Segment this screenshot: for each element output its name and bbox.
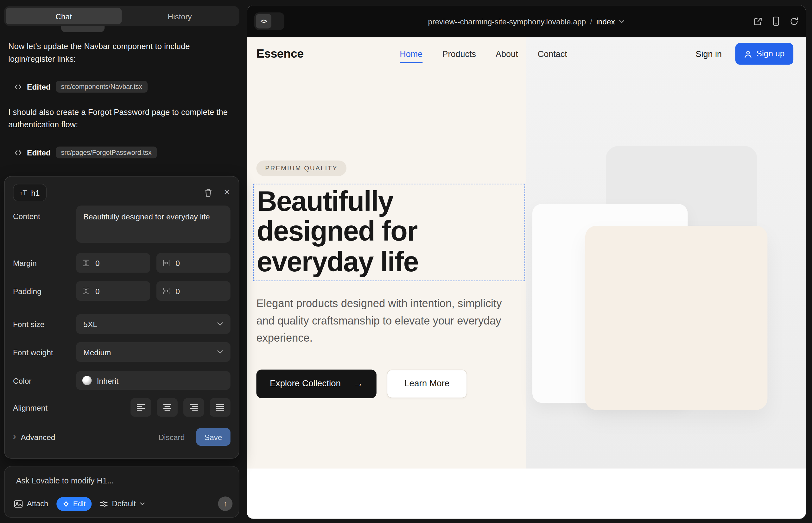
margin-horizontal-value[interactable] <box>175 258 213 268</box>
precision-edit-icon <box>63 500 69 507</box>
editor-header-actions: ✕ <box>204 188 231 197</box>
close-editor-button[interactable]: ✕ <box>224 188 231 197</box>
default-label: Default <box>112 500 136 508</box>
color-swatch-icon <box>82 376 91 385</box>
padding-vertical-input[interactable] <box>76 281 150 301</box>
chevron-down-icon <box>619 19 625 23</box>
code-icon <box>15 149 22 156</box>
code-view-toggle[interactable]: <> <box>254 12 284 30</box>
align-justify-button[interactable] <box>210 398 230 417</box>
user-icon <box>744 50 752 58</box>
editor-header: TT h1 ✕ <box>13 184 231 201</box>
h1-selection-outline[interactable]: Beautifully designed for everyday life <box>253 184 525 281</box>
preview-url-bar[interactable]: preview--charming-site-symphony.lovable.… <box>428 17 625 26</box>
editor-footer: › Advanced Discard Save <box>13 428 231 446</box>
margin-vertical-icon <box>82 259 90 267</box>
font-weight-select[interactable]: Medium <box>76 342 230 362</box>
font-weight-value: Medium <box>83 348 111 357</box>
tab-chat[interactable]: Chat <box>6 8 122 24</box>
file-chip[interactable]: src/pages/ForgotPassword.tsx <box>56 147 157 159</box>
padding-horizontal-input[interactable] <box>156 281 231 301</box>
hero-heading[interactable]: Beautifully designed for everyday life <box>257 186 524 276</box>
margin-horizontal-input[interactable] <box>156 253 231 273</box>
chevron-right-icon: › <box>13 432 16 441</box>
site-nav-links: Home Products About Contact <box>400 37 567 71</box>
align-center-button[interactable] <box>157 398 177 417</box>
delete-element-button[interactable] <box>204 188 212 197</box>
color-value: Inherit <box>97 376 119 385</box>
attach-button[interactable]: Attach <box>14 500 48 508</box>
color-label: Color <box>13 376 76 385</box>
margin-vertical-input[interactable] <box>76 253 150 273</box>
color-picker[interactable]: Inherit <box>76 371 230 390</box>
advanced-label: Advanced <box>21 432 55 441</box>
margin-field-row: Margin <box>13 253 231 273</box>
margin-vertical-value[interactable] <box>94 258 133 268</box>
chat-history-tabs: Chat History <box>4 6 239 26</box>
site-nav-auth: Sign in Sign up <box>696 37 794 71</box>
file-chip[interactable]: src/components/Navbar.tsx <box>56 81 147 93</box>
preview-topbar: <> preview--charming-site-symphony.lovab… <box>247 5 806 37</box>
composer-toolbar: Attach Edit Default ↑ <box>14 497 232 511</box>
nav-link-about[interactable]: About <box>496 49 518 59</box>
arrow-right-icon: → <box>353 378 363 390</box>
sign-up-label: Sign up <box>757 49 785 58</box>
alignment-label: Alignment <box>13 403 76 412</box>
edit-mode-toggle[interactable]: Edit <box>56 497 91 511</box>
preview-window: <> preview--charming-site-symphony.lovab… <box>247 5 806 519</box>
hero-section: PREMIUM QUALITY Beautifully designed for… <box>256 161 539 398</box>
font-size-label: Font size <box>13 320 76 329</box>
chat-message: I should also create a Forgot Password p… <box>8 106 232 131</box>
font-weight-field-row: Font weight Medium <box>13 342 231 362</box>
color-field-row: Color Inherit <box>13 371 231 390</box>
open-external-icon[interactable] <box>754 17 762 26</box>
chevron-down-icon <box>140 502 145 505</box>
learn-more-button[interactable]: Learn More <box>387 369 467 398</box>
content-textarea[interactable]: Beautifully designed for everyday life <box>76 205 230 243</box>
mobile-view-icon[interactable] <box>773 16 779 26</box>
image-icon <box>14 500 23 508</box>
element-tag-pill[interactable]: TT h1 <box>13 184 47 201</box>
save-button[interactable]: Save <box>196 428 230 446</box>
nav-link-home[interactable]: Home <box>400 49 422 63</box>
sliders-icon <box>100 500 108 507</box>
hero-paragraph: Elegant products designed with intention… <box>256 294 515 347</box>
font-size-value: 5XL <box>83 320 97 329</box>
clipped-chip <box>61 26 105 32</box>
lovable-app: Chat History Now let's update the Navbar… <box>0 0 812 523</box>
element-tag-label: h1 <box>31 188 40 197</box>
padding-field-row: Padding <box>13 281 231 301</box>
edited-label: Edited <box>27 148 51 157</box>
alignment-field-row: Alignment <box>13 398 231 417</box>
padding-vertical-value[interactable] <box>94 286 133 296</box>
align-right-button[interactable] <box>183 398 204 417</box>
discard-button[interactable]: Discard <box>158 432 184 441</box>
content-field-row: Content Beautifully designed for everyda… <box>13 205 231 245</box>
edited-file-row: Edited src/pages/ForgotPassword.tsx <box>8 147 232 159</box>
preview-url: preview--charming-site-symphony.lovable.… <box>428 17 586 26</box>
text-size-icon: TT <box>20 189 27 196</box>
tab-history[interactable]: History <box>122 8 237 24</box>
site-logo[interactable]: Essence <box>256 47 303 60</box>
below-fold-band <box>247 469 806 519</box>
font-size-select[interactable]: 5XL <box>76 314 230 334</box>
align-left-button[interactable] <box>130 398 151 417</box>
send-button[interactable]: ↑ <box>218 497 232 511</box>
content-label: Content <box>13 205 76 220</box>
margin-label: Margin <box>13 259 76 268</box>
nav-link-contact[interactable]: Contact <box>538 49 567 59</box>
refresh-icon[interactable] <box>790 17 799 26</box>
attach-label: Attach <box>27 500 48 508</box>
composer-input[interactable] <box>15 476 219 486</box>
site-canvas: Essence Home Products About Contact Sign… <box>247 37 806 519</box>
explore-collection-button[interactable]: Explore Collection → <box>256 369 376 398</box>
advanced-expander[interactable]: › Advanced <box>13 432 55 441</box>
font-size-field-row: Font size 5XL <box>13 314 231 334</box>
sign-in-link[interactable]: Sign in <box>696 49 722 59</box>
model-default-selector[interactable]: Default <box>100 500 145 508</box>
premium-badge: PREMIUM QUALITY <box>256 161 347 176</box>
padding-horizontal-value[interactable] <box>175 286 213 296</box>
sign-up-button[interactable]: Sign up <box>735 43 794 65</box>
nav-link-products[interactable]: Products <box>442 49 476 59</box>
site-navbar: Essence Home Products About Contact Sign… <box>247 37 806 71</box>
